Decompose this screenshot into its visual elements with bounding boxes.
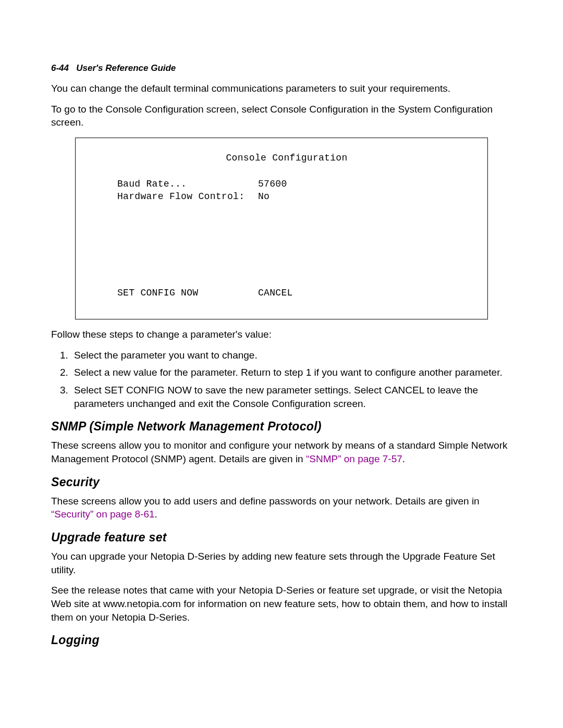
heading-security: Security	[51, 474, 512, 490]
intro-para-1: You can change the default terminal comm…	[51, 82, 512, 95]
step-item: Select a new value for the parameter. Re…	[71, 366, 512, 379]
xref-security[interactable]: “Security” on page 8-61	[51, 509, 155, 520]
page-content: 6-44 User's Reference Guide You can chan…	[0, 0, 563, 728]
heading-upgrade: Upgrade feature set	[51, 529, 512, 546]
intro-para-2: To go to the Console Configuration scree…	[51, 103, 512, 129]
running-header: 6-44 User's Reference Guide	[51, 63, 512, 75]
console-row-baud: Baud Rate... 57600	[117, 178, 456, 190]
console-baud-value: 57600	[258, 178, 456, 190]
security-body-post: .	[155, 509, 157, 520]
xref-snmp[interactable]: “SNMP” on page 7-57	[306, 453, 402, 464]
console-row-actions: SET CONFIG NOW CANCEL	[117, 287, 456, 299]
console-row-flow: Hardware Flow Control: No	[117, 190, 456, 203]
console-flow-value: No	[258, 190, 456, 203]
snmp-body-post: .	[402, 453, 405, 464]
heading-snmp: SNMP (Simple Network Management Protocol…	[51, 418, 512, 435]
steps-lead: Follow these steps to change a parameter…	[51, 328, 512, 341]
console-configuration-box: Console Configuration Baud Rate... 57600…	[75, 138, 488, 319]
step-item: Select the parameter you want to change.	[71, 349, 512, 362]
security-body-pre: These screens allow you to add users and…	[51, 496, 480, 507]
console-baud-label: Baud Rate...	[117, 178, 258, 190]
steps-list: Select the parameter you want to change.…	[51, 349, 512, 411]
heading-logging: Logging	[51, 632, 512, 648]
upgrade-para-2: See the release notes that came with you…	[51, 584, 512, 624]
upgrade-para-1: You can upgrade your Netopia D-Series by…	[51, 550, 512, 576]
console-cancel: CANCEL	[258, 287, 456, 299]
book-title: User's Reference Guide	[76, 63, 176, 73]
snmp-body: These screens allow you to monitor and c…	[51, 439, 512, 465]
console-flow-label: Hardware Flow Control:	[117, 190, 258, 203]
page-number: 6-44	[51, 63, 69, 73]
step-item: Select SET CONFIG NOW to save the new pa…	[71, 384, 512, 410]
console-title: Console Configuration	[117, 152, 456, 164]
snmp-body-pre: These screens allow you to monitor and c…	[51, 440, 507, 464]
security-body: These screens allow you to add users and…	[51, 495, 512, 521]
console-set-config: SET CONFIG NOW	[117, 287, 258, 299]
console-gap	[117, 203, 456, 287]
